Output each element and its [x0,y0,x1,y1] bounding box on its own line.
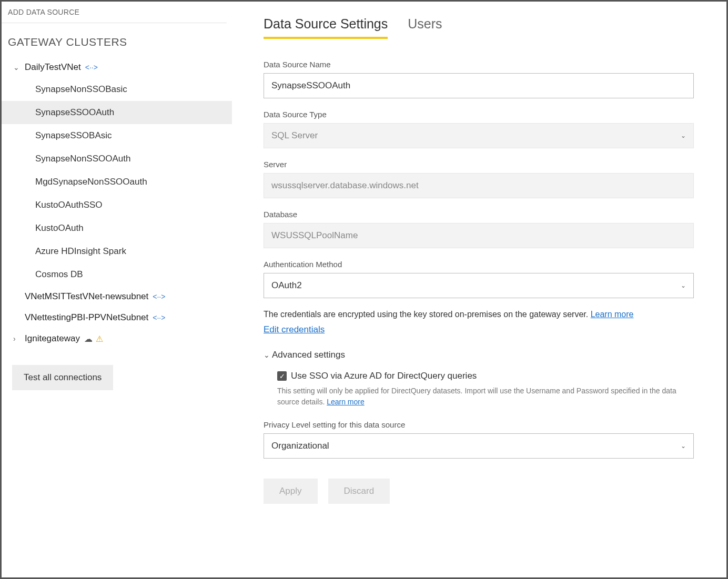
select-value: Organizational [271,441,329,451]
link-icon: <··> [153,313,165,322]
cluster-vnetmsit[interactable]: VNetMSITTestVNet-newsubnet <··> [2,286,232,307]
auth-method-label: Authentication Method [264,260,726,269]
datasource-item[interactable]: KustoOAuth [2,217,232,240]
cluster-vnettesting[interactable]: VNettestingPBI-PPVNetSubnet <··> [2,307,232,328]
datasource-item[interactable]: SynapseSSOBAsic [2,124,232,147]
datasource-item[interactable]: KustoOAuthSSO [2,194,232,217]
main-panel: Data Source Settings Users Data Source N… [232,2,726,577]
chevron-down-icon: ⌄ [681,132,686,139]
server-label: Server [264,160,726,169]
datasource-item[interactable]: SynapseNonSSOBasic [2,78,232,101]
add-data-source-link[interactable]: ADD DATA SOURCE [2,6,227,23]
advanced-settings-expander[interactable]: ⌄ Advanced settings [264,350,726,360]
warning-icon: ⚠ [96,334,103,344]
sso-help-text: This setting will only be applied for Di… [277,385,698,408]
cluster-dailytestvnet[interactable]: ⌄ DailyTestVNet <··> [2,57,232,78]
link-icon: <··> [153,292,165,301]
gateway-clusters-header: GATEWAY CLUSTERS [2,32,232,57]
auth-method-select[interactable]: OAuth2 ⌄ [264,273,694,298]
cluster-name: VNettestingPBI-PPVNetSubnet [25,312,148,323]
sso-checkbox-row[interactable]: ✓ Use SSO via Azure AD for DirectQuery q… [277,371,726,381]
server-value: wsussqlserver.database.windows.net [271,180,419,191]
advanced-settings-label: Advanced settings [272,350,345,360]
sso-checkbox-label: Use SSO via Azure AD for DirectQuery que… [291,371,477,381]
cluster-name: VNetMSITTestVNet-newsubnet [25,291,148,302]
chevron-down-icon: ⌄ [13,63,22,72]
tab-bar: Data Source Settings Users [264,16,726,39]
cluster-name: Ignitegateway [25,333,80,344]
learn-more-link[interactable]: Learn more [327,398,365,406]
datasource-item[interactable]: Cosmos DB [2,263,232,286]
checkbox-checked-icon[interactable]: ✓ [277,371,287,381]
chevron-right-icon: › [13,334,22,343]
discard-button[interactable]: Discard [328,479,390,504]
cluster-name: DailyTestVNet [25,62,81,73]
sidebar: ADD DATA SOURCE GATEWAY CLUSTERS ⌄ Daily… [2,2,232,577]
cloud-download-icon: ☁ [84,334,93,344]
tab-users[interactable]: Users [408,16,442,39]
database-input: WSUSSQLPoolName [264,223,694,248]
select-value: OAuth2 [271,280,302,291]
link-icon: <··> [85,63,98,72]
chevron-down-icon: ⌄ [681,442,686,450]
datasource-item[interactable]: SynapseNonSSOOAuth [2,147,232,170]
tab-data-source-settings[interactable]: Data Source Settings [264,16,388,39]
server-input: wsussqlserver.database.windows.net [264,173,694,198]
edit-credentials-link[interactable]: Edit credentials [264,324,325,335]
datasource-item-selected[interactable]: SynapseSSOOAuth [2,101,232,124]
datasource-item[interactable]: MgdSynapseNonSSOOauth [2,170,232,194]
datasource-item[interactable]: Azure HDInsight Spark [2,240,232,263]
data-source-type-label: Data Source Type [264,110,726,119]
database-value: WSUSSQLPoolName [271,230,358,241]
test-all-connections-button[interactable]: Test all connections [12,365,113,390]
data-source-name-input[interactable] [264,73,694,98]
data-source-name-label: Data Source Name [264,60,726,69]
data-source-type-select[interactable]: SQL Server ⌄ [264,123,694,148]
apply-button[interactable]: Apply [264,479,318,504]
database-label: Database [264,210,726,219]
privacy-level-label: Privacy Level setting for this data sour… [264,420,726,429]
learn-more-link[interactable]: Learn more [591,310,634,319]
chevron-down-icon: ⌄ [681,282,686,289]
cluster-ignite[interactable]: › Ignitegateway ☁ ⚠ [2,328,232,349]
privacy-level-select[interactable]: Organizational ⌄ [264,433,694,459]
select-value: SQL Server [271,130,318,141]
chevron-down-icon: ⌄ [264,351,270,359]
credentials-info: The credentials are encrypted using the … [264,310,700,319]
